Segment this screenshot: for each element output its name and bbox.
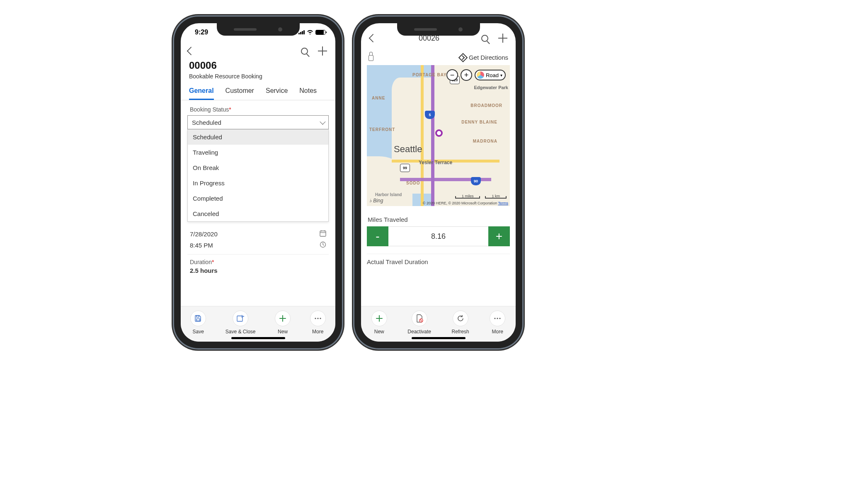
save-button[interactable]: Save	[190, 311, 206, 335]
page-title: 00006	[189, 60, 327, 71]
save-close-button[interactable]: Save & Close	[225, 311, 256, 335]
lock-icon	[369, 55, 373, 61]
option-in-progress[interactable]: In Progress	[188, 175, 328, 191]
command-bar: Save Save & Close New More	[181, 306, 335, 342]
map-label-yesler: Yesler Terrace	[419, 160, 452, 165]
add-icon[interactable]	[318, 46, 327, 56]
shield-99: 99	[400, 164, 410, 172]
save-icon	[194, 315, 202, 322]
phone-frame-2: 00026 Get Directions PORTAGE BAY	[354, 17, 522, 348]
notch	[397, 23, 480, 36]
map-zoom-in[interactable]: +	[461, 69, 472, 81]
save-close-icon	[236, 315, 245, 322]
option-completed[interactable]: Completed	[188, 191, 328, 206]
map-label-harbor: Harbor Island	[375, 192, 402, 197]
chevron-down-icon	[320, 119, 325, 125]
phone-frame-1: 9:29 00006 Bookable Resource B	[174, 17, 342, 348]
more-button[interactable]: More	[490, 311, 505, 335]
plus-icon	[279, 315, 286, 322]
more-button[interactable]: More	[310, 311, 326, 335]
calendar-icon[interactable]	[320, 230, 326, 238]
more-icon	[314, 317, 322, 320]
miles-value[interactable]: 8.16	[388, 226, 488, 246]
duration-label: Duration*	[190, 259, 326, 265]
tab-notes[interactable]: Notes	[299, 83, 317, 100]
booking-status-dropdown: Scheduled Traveling On Break In Progress…	[187, 129, 329, 222]
map-terms-link[interactable]: Terms	[498, 201, 509, 205]
miles-decrement[interactable]: -	[367, 226, 388, 246]
new-button[interactable]: New	[371, 311, 387, 335]
map-label-denny-blaine: DENNY BLAINE	[461, 120, 497, 124]
home-indicator[interactable]	[412, 337, 466, 339]
svg-rect-0	[320, 231, 326, 236]
globe-icon	[477, 71, 484, 79]
directions-icon	[458, 53, 468, 62]
signal-icon	[298, 30, 305, 34]
miles-traveled-label: Miles Traveled	[367, 216, 510, 226]
miles-increment[interactable]: +	[488, 226, 510, 246]
map[interactable]: PORTAGE BAY Edgewater Park ANNE BROADMOO…	[367, 65, 510, 206]
map-label-portage-bay: PORTAGE BAY	[412, 73, 447, 77]
tab-service[interactable]: Service	[266, 83, 288, 100]
clock-icon[interactable]	[320, 241, 326, 249]
svg-rect-5	[196, 316, 199, 317]
option-on-break[interactable]: On Break	[188, 160, 328, 175]
page-subtitle: Bookable Resource Booking	[189, 73, 327, 80]
notch	[217, 23, 300, 36]
back-button[interactable]	[369, 34, 377, 42]
refresh-button[interactable]: Refresh	[452, 311, 469, 335]
actual-travel-duration-label: Actual Travel Duration	[367, 254, 510, 265]
map-label-anne: ANNE	[372, 96, 385, 100]
home-indicator[interactable]	[231, 337, 285, 339]
miles-stepper: - 8.16 +	[367, 226, 510, 246]
svg-point-8	[317, 318, 318, 319]
option-traveling[interactable]: Traveling	[188, 145, 328, 160]
more-icon	[494, 317, 501, 320]
status-time: 9:29	[195, 29, 208, 36]
deactivate-icon	[416, 314, 423, 323]
booking-status-label: Booking Status*	[187, 106, 329, 113]
svg-point-7	[315, 318, 316, 319]
bing-logo: ♭ Bing	[369, 198, 383, 204]
booking-status-select[interactable]: Scheduled	[187, 115, 329, 129]
back-button[interactable]	[187, 47, 195, 55]
svg-point-12	[497, 318, 498, 319]
map-label-terfront: TERFRONT	[369, 127, 395, 132]
add-icon[interactable]	[498, 34, 507, 43]
duration-value[interactable]: 2.5 hours	[190, 267, 218, 274]
new-button[interactable]: New	[275, 311, 291, 335]
map-pin	[435, 129, 443, 137]
svg-point-9	[320, 318, 321, 319]
svg-rect-6	[196, 319, 200, 321]
booking-status-value: Scheduled	[192, 119, 221, 126]
date-value[interactable]: 7/28/2020	[190, 231, 218, 238]
search-icon[interactable]	[481, 35, 488, 42]
map-city-label: Seattle	[394, 144, 422, 155]
map-label-broadmoor: BROADMOOR	[470, 103, 502, 108]
svg-point-13	[499, 318, 501, 319]
get-directions-button[interactable]: Get Directions	[460, 54, 508, 61]
deactivate-button[interactable]: Deactivate	[407, 311, 431, 335]
map-label-sodo: SODO	[406, 181, 420, 185]
map-label-madrona: MADRONA	[473, 139, 497, 143]
search-icon[interactable]	[301, 48, 308, 55]
battery-icon	[315, 30, 325, 35]
map-scale: 1 miles 1 km	[455, 196, 507, 199]
svg-point-11	[495, 318, 496, 319]
command-bar: New Deactivate Refresh More	[361, 306, 516, 342]
tab-customer[interactable]: Customer	[225, 83, 254, 100]
map-zoom-out[interactable]: −	[446, 69, 458, 81]
shield-i90: 90	[471, 177, 481, 185]
map-type-select[interactable]: Road ▾	[475, 70, 506, 80]
map-attribution: © 2020 HERE, © 2020 Microsoft Corporatio…	[423, 201, 508, 205]
option-scheduled[interactable]: Scheduled	[188, 129, 328, 145]
plus-icon	[376, 315, 383, 322]
time-value[interactable]: 8:45 PM	[190, 242, 213, 249]
wifi-icon	[307, 29, 313, 36]
refresh-icon	[457, 315, 464, 322]
option-canceled[interactable]: Canceled	[188, 206, 328, 221]
shield-i5: 5	[425, 111, 435, 119]
tab-general[interactable]: General	[189, 83, 214, 100]
map-label-edgewater: Edgewater Park	[474, 85, 508, 90]
tab-bar: General Customer Service Notes	[181, 83, 335, 100]
